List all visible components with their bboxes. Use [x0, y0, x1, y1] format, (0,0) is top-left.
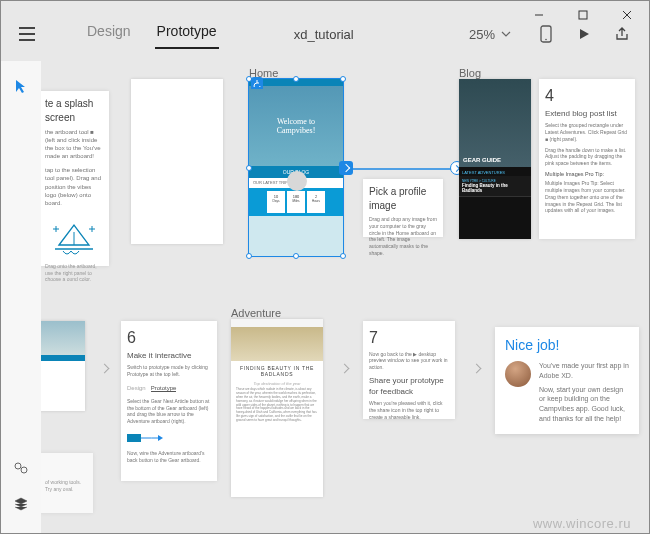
home-link-icon[interactable] — [251, 77, 263, 89]
svg-rect-1 — [579, 11, 587, 19]
prototype-canvas[interactable]: Home Blog Adventure te a splash screen t… — [41, 61, 649, 533]
svg-rect-14 — [127, 434, 141, 442]
artboard-adventure[interactable]: FINDING BEAUTY IN THE BADLANDS Top desti… — [231, 319, 323, 497]
tip-body: the artboard tool ■ (left and click insi… — [45, 128, 103, 160]
svg-point-7 — [21, 467, 27, 473]
left-toolbar — [1, 61, 41, 533]
zoom-dropdown[interactable]: 25% — [469, 27, 511, 42]
tip-title: te a splash screen — [45, 97, 103, 124]
profile-placeholder — [287, 171, 307, 191]
tip-body: Select the Gear Nest Article button at t… — [127, 398, 211, 425]
artboard-label-blog[interactable]: Blog — [459, 67, 481, 79]
minimize-button[interactable] — [517, 1, 561, 29]
tip-card-fragment: of working tools. Try any oval. — [41, 453, 93, 513]
adventure-title: FINDING BEAUTY IN THE BADLANDS — [231, 361, 323, 381]
tip-footnote: Drag onto the artboard, use the right pa… — [45, 263, 103, 283]
step-number: 7 — [369, 327, 449, 349]
tip-body: Now, wire the Adventure artboard's back … — [127, 450, 211, 464]
tip-body: Drag and drop any image from your comput… — [369, 216, 437, 257]
tip-body: Now go back to the ▶ desktop preview win… — [369, 351, 449, 371]
home-stat-cards: 10Days 180Miles 2Hours — [249, 188, 343, 216]
tip-card-4: 4 Extend blog post list Select the group… — [539, 79, 635, 239]
close-button[interactable] — [605, 1, 649, 29]
blog-hero-title: GEAR GUIDE — [463, 157, 501, 163]
chevron-down-icon — [501, 29, 511, 39]
artboard-label-adventure[interactable]: Adventure — [231, 307, 281, 319]
nice-job-text: You've made your first app in Adobe XD. — [539, 361, 629, 381]
plugins-button[interactable] — [10, 457, 32, 479]
tip-body: Multiple Images Pro Tip: Select multiple… — [545, 180, 629, 214]
tip-card-splash: te a splash screen the artboard tool ■ (… — [41, 91, 109, 266]
step-number: 4 — [545, 85, 629, 107]
svg-line-2 — [623, 11, 631, 19]
svg-line-3 — [623, 11, 631, 19]
artboard-blog[interactable]: GEAR GUIDE LATEST ADVENTURES NEW YORK > … — [459, 79, 531, 239]
tip-title: Share your prototype for feedback — [369, 376, 449, 398]
maximize-button[interactable] — [561, 1, 605, 29]
artboard-small-left[interactable] — [41, 321, 85, 411]
step-arrow-icon — [97, 361, 111, 375]
layers-button[interactable] — [10, 493, 32, 515]
document-title: xd_tutorial — [185, 27, 463, 42]
nice-job-text: Now, start your own design or keep build… — [539, 385, 629, 424]
nice-job-title: Nice job! — [505, 337, 629, 353]
step-arrow-icon — [337, 361, 351, 375]
home-hero: Welcome to Campvibes! — [249, 86, 343, 166]
menu-button[interactable] — [15, 22, 39, 46]
step-arrow-icon — [469, 361, 483, 375]
tip-body: Drag the handle down to make a list. Adj… — [545, 147, 629, 167]
tip-body: Switch to prototype mode by clicking Pro… — [127, 364, 211, 378]
artboard-home[interactable]: Welcome to Campvibes! OUR BLOG OUR LATES… — [249, 79, 343, 256]
wire-origin[interactable] — [339, 161, 353, 175]
watermark: www.wincore.ru — [533, 516, 631, 531]
tab-design[interactable]: Design — [85, 19, 133, 49]
step-number: 6 — [127, 327, 211, 349]
svg-point-5 — [545, 39, 547, 41]
tip-card-7: 7 Now go back to the ▶ desktop preview w… — [363, 321, 455, 419]
artboard-blank[interactable] — [131, 79, 223, 244]
zoom-value: 25% — [469, 27, 495, 42]
tip-title: Pick a profile image — [369, 185, 437, 212]
tip-card-6: 6 Make it interactive Switch to prototyp… — [121, 321, 217, 481]
select-tool[interactable] — [10, 75, 32, 97]
tip-title: Extend blog post list — [545, 109, 629, 120]
tip-body: When you're pleased with it, click the s… — [369, 400, 449, 420]
nice-job-card: Nice job! You've made your first app in … — [495, 327, 639, 434]
tip-body: Select the grouped rectangle under Lates… — [545, 122, 629, 142]
svg-point-6 — [15, 463, 21, 469]
tip-body: tap to the selection tool panel). Drag a… — [45, 166, 103, 206]
tip-title: Make it interactive — [127, 351, 211, 362]
avatar — [505, 361, 531, 387]
tip-card-profile: Pick a profile image Drag and drop any i… — [363, 179, 443, 237]
home-map — [249, 216, 343, 256]
prototype-wire — [351, 161, 461, 181]
